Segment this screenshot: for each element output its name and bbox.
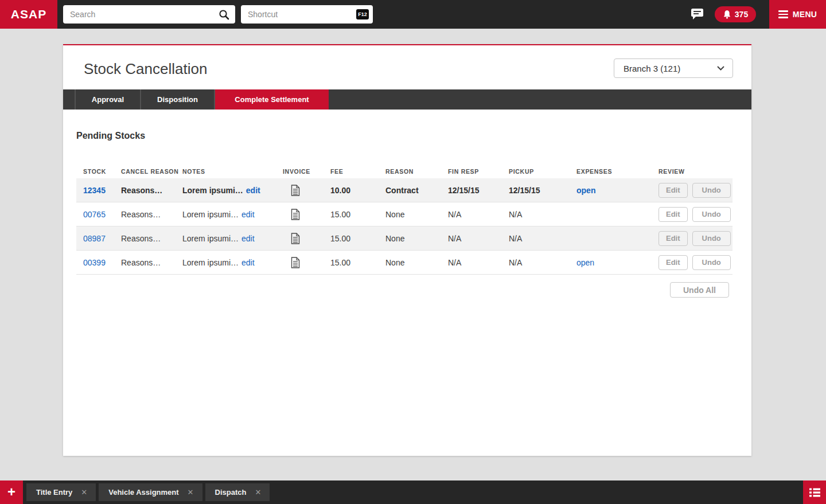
pickup-cell: N/A (509, 210, 576, 219)
undo-all-button[interactable]: Undo All (670, 282, 729, 298)
branch-selector[interactable]: Branch 3 (121) (614, 58, 733, 78)
bottom-tab-label: Title Entry (36, 488, 72, 497)
top-bar: ASAP F12 (0, 0, 826, 29)
row-undo-button[interactable]: Undo (692, 231, 731, 246)
pickup-cell: 12/15/15 (509, 186, 576, 195)
stock-cell: 00399 (76, 258, 121, 267)
pickup-cell: N/A (509, 258, 576, 267)
invoice-document-icon[interactable] (291, 209, 330, 220)
notes-cell: Lorem ipsumi… edit (182, 186, 283, 195)
chat-button[interactable] (691, 8, 704, 21)
fin-resp-cell: N/A (448, 210, 509, 219)
row-edit-button[interactable]: Edit (659, 255, 688, 270)
reason-cell: None (385, 210, 448, 219)
bell-icon (723, 10, 731, 19)
notifications-button[interactable]: 375 (715, 6, 756, 22)
section-title: Pending Stocks (76, 131, 145, 141)
invoice-cell (283, 185, 330, 196)
hamburger-icon (778, 10, 788, 18)
close-icon[interactable]: ✕ (255, 488, 261, 497)
page-tab-disposition[interactable]: Disposition (141, 89, 215, 110)
page-tab-label: Disposition (157, 95, 198, 104)
notes-edit-link[interactable]: edit (241, 210, 255, 219)
expenses-open-link[interactable]: open (576, 258, 594, 267)
cancel-reason-cell: Reasons… (121, 186, 182, 195)
notes-text: Lorem ipsumi… (182, 258, 239, 267)
bottom-tab-vehicle-assignment[interactable]: Vehicle Assignment ✕ (99, 483, 202, 501)
review-cell: Edit Undo (659, 207, 733, 222)
stock-link[interactable]: 00765 (83, 210, 106, 219)
row-undo-button[interactable]: Undo (692, 255, 731, 270)
bottom-tab-title-entry[interactable]: Title Entry ✕ (26, 483, 96, 501)
notes-edit-link[interactable]: edit (241, 258, 255, 267)
reason-cell: Contract (385, 186, 448, 195)
row-edit-button[interactable]: Edit (659, 231, 688, 246)
stock-cell: 00765 (76, 210, 121, 219)
notes-cell: Lorem ipsumi… edit (182, 210, 283, 219)
expenses-cell: open (576, 258, 659, 267)
fee-cell: 15.00 (330, 258, 385, 267)
notes-cell: Lorem ipsumi… edit (182, 234, 283, 243)
page-tab-approval[interactable]: Approval (76, 89, 141, 110)
list-grid-icon (809, 488, 820, 497)
app-screen: ASAP F12 (0, 0, 826, 504)
plus-icon: + (7, 485, 15, 499)
reason-cell: None (385, 234, 448, 243)
stock-link[interactable]: 00399 (83, 258, 106, 267)
notes-text: Lorem ipsumi… (182, 234, 239, 243)
page-title: Stock Cancellation (84, 60, 207, 78)
page-tab-complete-settlement[interactable]: Complete Settlement (215, 89, 329, 110)
menu-label: MENU (793, 10, 817, 19)
shortcut-input[interactable] (248, 10, 356, 19)
page-tabs: Approval Disposition Complete Settlement (63, 89, 751, 110)
notes-edit-link[interactable]: edit (241, 234, 255, 243)
notes-edit-link[interactable]: edit (246, 186, 260, 195)
close-icon[interactable]: ✕ (81, 488, 87, 497)
fee-cell: 15.00 (330, 210, 385, 219)
row-edit-button[interactable]: Edit (659, 183, 688, 198)
invoice-cell (283, 209, 330, 220)
page-tabs-lead-segment (63, 89, 76, 110)
page-tab-label: Complete Settlement (235, 95, 309, 104)
invoice-document-icon[interactable] (291, 233, 330, 244)
row-edit-button[interactable]: Edit (659, 207, 688, 222)
table-header-row: STOCKCANCEL REASONNOTESINVOICEFEEREASONF… (76, 164, 733, 178)
stock-link[interactable]: 12345 (83, 186, 106, 195)
stock-cancellation-card: Stock Cancellation Branch 3 (121) Approv… (63, 44, 751, 456)
column-header: REASON (385, 168, 448, 175)
invoice-cell (283, 257, 330, 268)
menu-button[interactable]: MENU (769, 0, 826, 29)
row-undo-button[interactable]: Undo (692, 207, 731, 222)
app-logo: ASAP (0, 0, 57, 29)
bottom-tab-dispatch[interactable]: Dispatch ✕ (205, 483, 270, 501)
fee-cell: 10.00 (330, 186, 385, 195)
column-header: CANCEL REASON (121, 168, 182, 175)
notes-cell: Lorem ipsumi… edit (182, 258, 283, 267)
bottom-tab-label: Dispatch (215, 488, 247, 497)
stock-cell: 12345 (76, 186, 121, 195)
add-tab-button[interactable]: + (0, 480, 23, 504)
review-cell: Edit Undo (659, 255, 733, 270)
expenses-cell: open (576, 186, 659, 195)
close-icon[interactable]: ✕ (188, 488, 194, 497)
invoice-document-icon[interactable] (291, 257, 330, 268)
column-header: REVIEW (659, 168, 733, 175)
tab-overview-button[interactable] (803, 480, 826, 504)
stock-cell: 08987 (76, 234, 121, 243)
cancel-reason-cell: Reasons… (121, 234, 182, 243)
chat-icon (691, 8, 704, 23)
table-row: 08987 Reasons… Lorem ipsumi… edit 15.00 … (76, 226, 733, 251)
reason-cell: None (385, 258, 448, 267)
cancel-reason-cell: Reasons… (121, 210, 182, 219)
cancel-reason-cell: Reasons… (121, 258, 182, 267)
search-input[interactable] (70, 10, 219, 19)
main-area: Stock Cancellation Branch 3 (121) Approv… (0, 29, 826, 480)
table-row: 00765 Reasons… Lorem ipsumi… edit 15.00 … (76, 202, 733, 226)
chevron-down-icon (717, 66, 724, 71)
search-icon[interactable] (219, 9, 229, 20)
invoice-document-icon[interactable] (291, 185, 330, 196)
expenses-open-link[interactable]: open (576, 186, 595, 195)
stock-link[interactable]: 08987 (83, 234, 106, 243)
row-undo-button[interactable]: Undo (692, 183, 731, 198)
shortcut-box: F12 (241, 5, 373, 24)
